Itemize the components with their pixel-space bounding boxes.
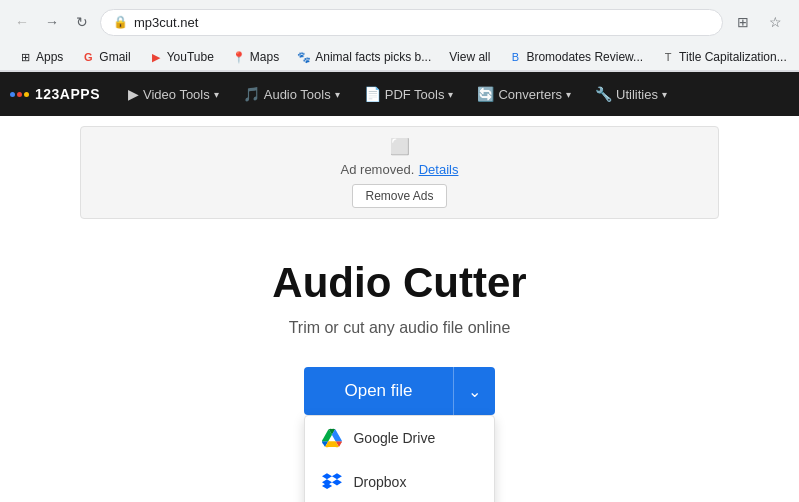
open-file-row: Open file ⌄ [304, 367, 494, 415]
bookmark-bromodates[interactable]: B Bromodates Review... [500, 47, 651, 67]
video-tools-label: Video Tools [143, 87, 210, 102]
pdf-tools-label: PDF Tools [385, 87, 445, 102]
audio-tools-chevron: ▾ [335, 89, 340, 100]
bookmark-youtube-label: YouTube [167, 50, 214, 64]
ad-icon: ⬜ [91, 137, 708, 156]
utilities-icon: 🔧 [595, 86, 612, 102]
utilities-chevron: ▾ [662, 89, 667, 100]
bookmark-maps-label: Maps [250, 50, 279, 64]
converters-chevron: ▾ [566, 89, 571, 100]
page-container: ⬜ Ad removed. Details Remove Ads Audio C… [0, 116, 799, 502]
forward-button[interactable]: → [40, 10, 64, 34]
bookmark-gmail-label: Gmail [99, 50, 130, 64]
gmail-icon: G [81, 50, 95, 64]
logo-dot-2 [17, 92, 22, 97]
title-cap-icon: T [661, 50, 675, 64]
bookmark-apps[interactable]: ⊞ Apps [10, 47, 71, 67]
apps-icon: ⊞ [18, 50, 32, 64]
address-bar[interactable]: 🔒 mp3cut.net [100, 9, 723, 36]
google-drive-icon [321, 427, 343, 449]
utilities-label: Utilities [616, 87, 658, 102]
ad-details-link[interactable]: Details [419, 162, 459, 177]
converters-menu[interactable]: 🔄 Converters ▾ [465, 72, 583, 116]
reload-button[interactable]: ↻ [70, 10, 94, 34]
toolbar-menu: ▶ Video Tools ▾ 🎵 Audio Tools ▾ 📄 PDF To… [116, 72, 679, 116]
audio-tools-menu[interactable]: 🎵 Audio Tools ▾ [231, 72, 352, 116]
open-file-dropdown-button[interactable]: ⌄ [453, 367, 495, 415]
bookmark-title-cap[interactable]: T Title Capitalization... [653, 47, 795, 67]
back-button[interactable]: ← [10, 10, 34, 34]
audio-tools-label: Audio Tools [264, 87, 331, 102]
ad-area: ⬜ Ad removed. Details Remove Ads [80, 126, 719, 219]
logo-dot-3 [24, 92, 29, 97]
bookmark-view-all[interactable]: View all [441, 47, 498, 67]
bookmark-title-label: Title Capitalization... [679, 50, 787, 64]
extensions-button[interactable]: ⊞ [729, 8, 757, 36]
google-drive-option[interactable]: Google Drive [305, 416, 493, 460]
bookmark-animal-label: Animal facts picks b... [315, 50, 431, 64]
bookmark-bromodates-label: Bromodates Review... [526, 50, 643, 64]
app-logo[interactable]: 123APPS [10, 86, 100, 102]
ad-removed-text: Ad removed. [341, 162, 415, 177]
main-content: Audio Cutter Trim or cut any audio file … [0, 229, 799, 502]
ad-removed-row: Ad removed. Details [91, 160, 708, 178]
remove-ads-button[interactable]: Remove Ads [352, 184, 446, 208]
logo-text: 123APPS [35, 86, 100, 102]
video-tools-icon: ▶ [128, 86, 139, 102]
bookmark-apps-label: Apps [36, 50, 63, 64]
app-toolbar: 123APPS ▶ Video Tools ▾ 🎵 Audio Tools ▾ … [0, 72, 799, 116]
open-file-container: Open file ⌄ G [304, 367, 494, 415]
pdf-tools-icon: 📄 [364, 86, 381, 102]
bookmark-viewall-label: View all [449, 50, 490, 64]
maps-icon: 📍 [232, 50, 246, 64]
dropbox-label: Dropbox [353, 474, 406, 490]
open-file-dropdown-menu: Google Drive Dropbox [304, 415, 494, 502]
youtube-icon: ▶ [149, 50, 163, 64]
logo-dots [10, 92, 29, 97]
video-tools-menu[interactable]: ▶ Video Tools ▾ [116, 72, 231, 116]
bookmark-button[interactable]: ☆ [761, 8, 789, 36]
bookmark-animal-facts[interactable]: 🐾 Animal facts picks b... [289, 47, 439, 67]
google-drive-label: Google Drive [353, 430, 435, 446]
bookmark-gmail[interactable]: G Gmail [73, 47, 138, 67]
animal-facts-icon: 🐾 [297, 50, 311, 64]
url-text: mp3cut.net [134, 15, 710, 30]
page-title: Audio Cutter [20, 259, 779, 307]
bromodates-icon: B [508, 50, 522, 64]
video-tools-chevron: ▾ [214, 89, 219, 100]
browser-nav: ← → ↻ 🔒 mp3cut.net ⊞ ☆ [0, 0, 799, 44]
dropbox-icon [321, 471, 343, 493]
bookmarks-bar: ⊞ Apps G Gmail ▶ YouTube 📍 Maps 🐾 Animal… [0, 44, 799, 71]
logo-dot-1 [10, 92, 15, 97]
converters-label: Converters [498, 87, 562, 102]
nav-icons: ⊞ ☆ [729, 8, 789, 36]
utilities-menu[interactable]: 🔧 Utilities ▾ [583, 72, 679, 116]
pdf-tools-chevron: ▾ [448, 89, 453, 100]
dropbox-option[interactable]: Dropbox [305, 460, 493, 502]
bookmark-maps[interactable]: 📍 Maps [224, 47, 287, 67]
page-subtitle: Trim or cut any audio file online [20, 319, 779, 337]
pdf-tools-menu[interactable]: 📄 PDF Tools ▾ [352, 72, 466, 116]
converters-icon: 🔄 [477, 86, 494, 102]
audio-tools-icon: 🎵 [243, 86, 260, 102]
open-file-button[interactable]: Open file [304, 367, 452, 415]
lock-icon: 🔒 [113, 15, 128, 29]
bookmark-youtube[interactable]: ▶ YouTube [141, 47, 222, 67]
